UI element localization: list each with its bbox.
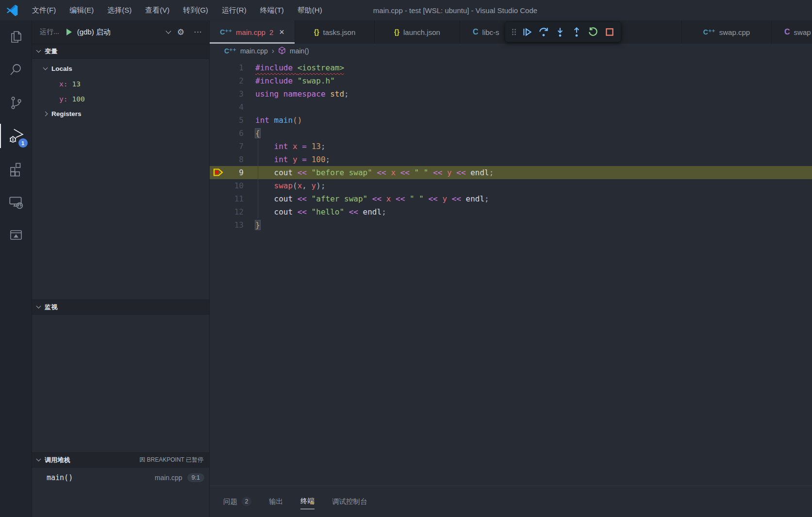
- stack-frame-row[interactable]: main()main.cpp9:1: [32, 469, 209, 486]
- bottom-panel: 问题2输出终端调试控制台: [210, 485, 812, 517]
- variables-title: 变量: [45, 47, 57, 56]
- code-line-3[interactable]: 3using namespace std;: [210, 87, 812, 100]
- variables-body: Locals x:13y:100 Registers: [32, 58, 209, 300]
- code-line-9[interactable]: 9 cout << "before swap" << x << " " << y…: [210, 166, 812, 179]
- indent-guide: [258, 166, 258, 179]
- code-line-6[interactable]: 6{: [210, 127, 812, 140]
- line-number: 6: [210, 127, 244, 140]
- step-out-button[interactable]: [569, 24, 584, 40]
- explorer-icon[interactable]: [0, 20, 32, 53]
- locals-label: Locals: [51, 65, 72, 72]
- tab-label: swap: [794, 28, 811, 36]
- toolbar-drag-handle[interactable]: [509, 28, 518, 36]
- stop-button[interactable]: [602, 24, 617, 40]
- variable-row[interactable]: x:13: [32, 76, 209, 91]
- callstack-section-header[interactable]: 调用堆栈 因 BREAKPOINT 已暂停: [32, 452, 209, 467]
- panel-tab-问题[interactable]: 问题2: [223, 494, 251, 509]
- tab-launch.json[interactable]: {}launch.json: [375, 20, 460, 44]
- variable-value: 100: [72, 95, 84, 103]
- chevron-down-icon: [43, 66, 48, 70]
- panel-problems-badge: 2: [242, 497, 251, 506]
- tab-label: main.cpp: [236, 28, 265, 36]
- tab-label: libc-s: [482, 28, 499, 36]
- panel-tab-调试控制台[interactable]: 调试控制台: [332, 494, 367, 509]
- indent-guide: [258, 179, 258, 192]
- debug-toolbar: [505, 21, 621, 42]
- watch-section-header[interactable]: 监视: [32, 300, 209, 314]
- continue-button[interactable]: [519, 24, 534, 40]
- gear-icon[interactable]: ⚙: [175, 26, 187, 38]
- ports-panel-icon[interactable]: [0, 218, 32, 251]
- code-line-12[interactable]: 12 cout << "hello" << endl;: [210, 205, 812, 218]
- menu-item[interactable]: 选择(S): [100, 0, 138, 20]
- line-number: 2: [210, 74, 244, 87]
- tab-swap.cpp[interactable]: C⁺⁺swap.cpp: [682, 20, 772, 44]
- code-text: cout << "before swap" << x << " " << y <…: [255, 168, 494, 177]
- indent-guide: [258, 140, 258, 153]
- menu-item[interactable]: 编辑(E): [63, 0, 100, 20]
- code-line-10[interactable]: 10 swap(x, y);: [210, 179, 812, 192]
- close-icon[interactable]: ×: [279, 27, 284, 37]
- line-number: 12: [210, 205, 244, 218]
- code-line-1[interactable]: 1#include <iostream>: [210, 61, 812, 74]
- search-icon[interactable]: [0, 53, 32, 86]
- code-editor[interactable]: 1#include <iostream>2#include "swap.h"3u…: [210, 58, 812, 485]
- menu-item[interactable]: 运行(R): [215, 0, 253, 20]
- panel-tab-输出[interactable]: 输出: [269, 494, 283, 509]
- variable-value: 13: [72, 80, 80, 88]
- start-debug-icon[interactable]: [66, 29, 72, 35]
- code-line-2[interactable]: 2#include "swap.h": [210, 74, 812, 87]
- step-into-button[interactable]: [552, 24, 567, 40]
- run-and-debug-icon[interactable]: 1: [0, 119, 32, 152]
- json-file-icon: {}: [394, 28, 399, 36]
- menu-item[interactable]: 帮助(H): [291, 0, 329, 20]
- menu-item[interactable]: 转到(G): [176, 0, 215, 20]
- step-over-button[interactable]: [536, 24, 551, 40]
- config-dropdown-icon[interactable]: [166, 28, 171, 33]
- extensions-icon[interactable]: [0, 152, 32, 185]
- registers-node[interactable]: Registers: [32, 106, 209, 121]
- breadcrumb-symbol[interactable]: main(): [290, 47, 309, 55]
- indent-guide: [258, 205, 258, 218]
- line-number: 3: [210, 87, 244, 100]
- code-line-4[interactable]: 4: [210, 100, 812, 114]
- menu-bar: 文件(F)编辑(E)选择(S)查看(V)转到(G)运行(R)终端(T)帮助(H): [25, 0, 329, 20]
- tab-swap[interactable]: Cswap: [772, 20, 812, 44]
- debug-config-name[interactable]: (gdb) 启动: [77, 28, 111, 37]
- tab-tasks.json[interactable]: {}tasks.json: [295, 20, 375, 44]
- breadcrumb-file[interactable]: main.cpp: [240, 47, 268, 55]
- pause-reason-status: 因 BREAKPOINT 已暂停: [139, 456, 203, 464]
- code-text: {: [255, 129, 260, 138]
- panel-tab-label: 终端: [300, 497, 315, 506]
- code-line-5[interactable]: 5int main(): [210, 114, 812, 127]
- callstack-body: main()main.cpp9:1: [32, 467, 209, 517]
- variable-name: x:: [59, 80, 67, 88]
- remote-explorer-icon[interactable]: [0, 185, 32, 218]
- panel-tab-label: 调试控制台: [332, 497, 367, 506]
- menu-item[interactable]: 文件(F): [25, 0, 63, 20]
- code-line-11[interactable]: 11 cout << "after swap" << x << " " << y…: [210, 192, 812, 205]
- breadcrumb-separator: ›: [272, 47, 274, 55]
- restart-button[interactable]: [585, 24, 600, 40]
- cpp-file-icon: C⁺⁺: [703, 28, 715, 36]
- more-actions-icon[interactable]: ···: [191, 26, 204, 38]
- symbol-cube-icon: [278, 47, 286, 56]
- menu-item[interactable]: 终端(T): [253, 0, 291, 20]
- panel-tab-终端[interactable]: 终端: [300, 494, 315, 509]
- chevron-down-icon: [36, 48, 41, 53]
- indent-guide: [258, 153, 258, 166]
- watch-body: [32, 314, 209, 452]
- vscode-logo-icon: [6, 4, 18, 17]
- tab-main.cpp[interactable]: C⁺⁺main.cpp2×: [210, 20, 295, 44]
- variables-section-header[interactable]: 变量: [32, 44, 209, 58]
- code-line-7[interactable]: 7 int x = 13;: [210, 140, 812, 153]
- code-text: cout << "hello" << endl;: [255, 207, 386, 217]
- code-line-13[interactable]: 13}: [210, 218, 812, 232]
- menu-item[interactable]: 查看(V): [138, 0, 176, 20]
- frame-function: main(): [47, 473, 73, 482]
- cpp-file-icon: C⁺⁺: [224, 47, 236, 55]
- locals-node[interactable]: Locals: [32, 61, 209, 76]
- source-control-icon[interactable]: [0, 86, 32, 119]
- variable-row[interactable]: y:100: [32, 91, 209, 106]
- code-line-8[interactable]: 8 int y = 100;: [210, 153, 812, 166]
